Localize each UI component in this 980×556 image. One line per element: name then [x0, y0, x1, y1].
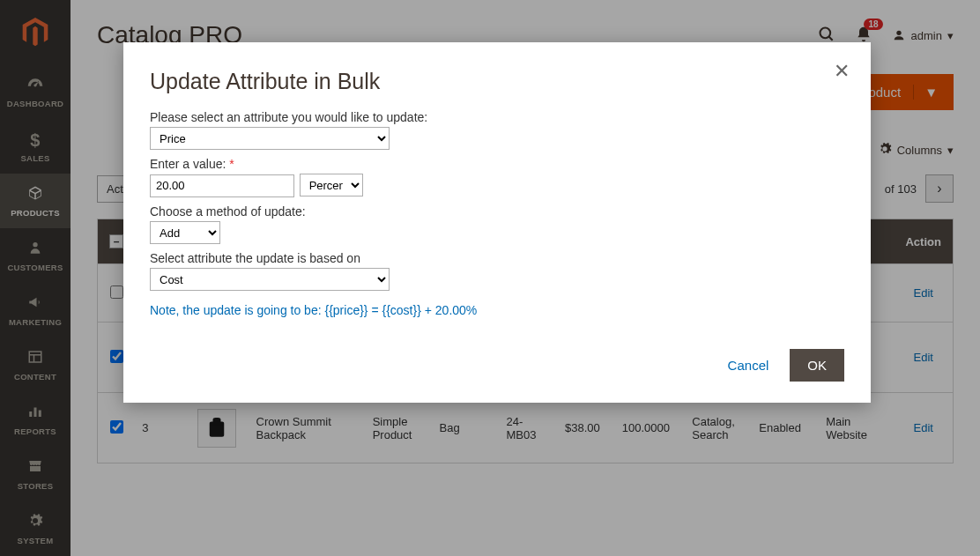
- update-attribute-modal: ✕ Update Attribute in Bulk Please select…: [123, 42, 871, 403]
- cancel-button[interactable]: Cancel: [728, 358, 769, 373]
- enter-value-label: Enter a value: *: [150, 157, 844, 171]
- select-attribute-label: Please select an attribute you would lik…: [150, 110, 844, 124]
- method-label: Choose a method of update:: [150, 204, 844, 219]
- close-icon[interactable]: ✕: [834, 60, 850, 83]
- method-select[interactable]: Add: [150, 221, 220, 244]
- value-input[interactable]: [150, 174, 294, 197]
- update-formula-note: Note, the update is going to be: {{price…: [150, 303, 844, 317]
- attribute-select[interactable]: Price: [150, 127, 390, 150]
- base-attribute-select[interactable]: Cost: [150, 268, 390, 291]
- ok-button[interactable]: OK: [790, 349, 844, 382]
- base-attribute-label: Select attribute the update is based on: [150, 251, 844, 265]
- unit-select[interactable]: Percent: [300, 174, 363, 196]
- modal-title: Update Attribute in Bulk: [150, 69, 844, 94]
